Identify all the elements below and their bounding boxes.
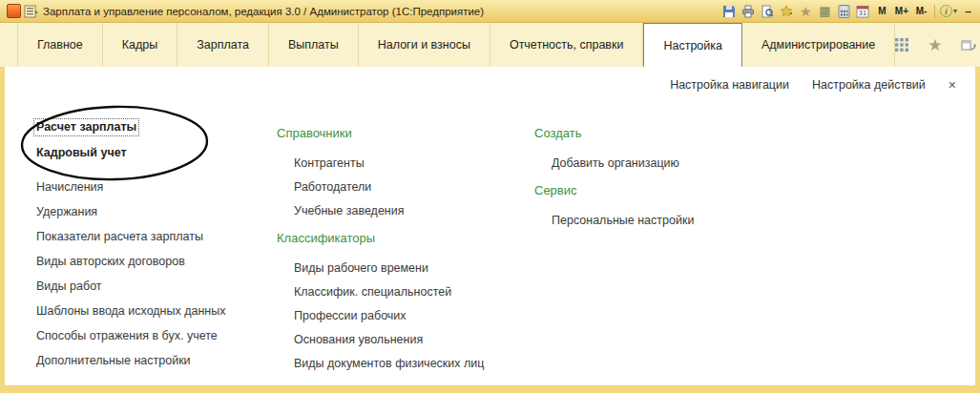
tab-main[interactable]: Главное: [17, 23, 103, 67]
section-tabbar: Главное Кадры Зарплата Выплаты Налоги и …: [0, 23, 980, 67]
panel-actions: Настройка навигации Настройка действий ×: [670, 78, 956, 92]
nav-item-shablony-vvoda[interactable]: Шаблоны ввода исходных данных: [36, 305, 226, 318]
favorites-add-icon[interactable]: [779, 3, 795, 19]
nav-column-right: Создать Добавить организацию Сервис Перс…: [534, 127, 694, 241]
nav-item-osnovaniya-uvolneniya[interactable]: Основания увольнения: [294, 334, 423, 346]
group-spravochniki: Справочники Контрагенты Работодатели Уче…: [277, 127, 484, 217]
nav-item-raschet-zarplaty[interactable]: Расчет зарплаты: [36, 121, 136, 134]
group-title-spravochniki: Справочники: [277, 127, 352, 140]
nav-item-dopolnitelnye-nastroyki[interactable]: Дополнительные настройки: [36, 355, 191, 367]
titlebar-toolbar: ★ ▦ 31 M M+ M- i▾ –: [721, 3, 976, 19]
favorites-icon[interactable]: ★: [798, 3, 814, 19]
nav-item-vidy-rabochego-vremeni[interactable]: Виды рабочего времени: [294, 262, 428, 275]
titlebar: Зарплата и управление персоналом, редакц…: [0, 0, 980, 23]
tab-nastroyka[interactable]: Настройка: [643, 23, 742, 67]
nav-item-kontragenty[interactable]: Контрагенты: [294, 157, 365, 170]
memory-recall-button[interactable]: M: [874, 3, 890, 19]
nav-column-left: Расчет зарплаты Кадровый учет Начисления…: [36, 121, 226, 380]
memory-subtract-button[interactable]: M-: [913, 3, 929, 19]
tab-zarplata[interactable]: Зарплата: [177, 23, 269, 67]
minimize-icon[interactable]: –: [960, 3, 976, 19]
nav-item-professii-rabochih[interactable]: Профессии рабочих: [294, 310, 407, 322]
close-icon[interactable]: ×: [949, 78, 956, 92]
memory-add-button[interactable]: M+: [893, 3, 910, 19]
nav-column-middle: Справочники Контрагенты Работодатели Уче…: [277, 127, 484, 384]
history-icon[interactable]: [961, 38, 976, 52]
svg-text:31: 31: [859, 10, 866, 17]
navigation-settings-panel: Настройка навигации Настройка действий ×…: [5, 67, 975, 385]
tab-kadry[interactable]: Кадры: [103, 23, 177, 67]
nav-item-vidy-dokumentov-fizlic[interactable]: Виды документов физических лиц: [294, 358, 484, 370]
group-klassifikatory: Классификаторы Виды рабочего времени Кла…: [277, 232, 484, 370]
nav-item-vidy-rabot[interactable]: Виды работ: [36, 280, 102, 293]
save-icon[interactable]: [721, 3, 738, 19]
calendar-icon[interactable]: 31: [855, 3, 871, 19]
nav-item-kadrovyy-uchet[interactable]: Кадровый учет: [36, 147, 127, 159]
group-title-klassifikatory: Классификаторы: [277, 232, 375, 245]
app-window: Зарплата и управление персоналом, редакц…: [0, 0, 980, 393]
nav-item-uderzhaniya[interactable]: Удержания: [36, 206, 97, 218]
tab-nalogi-vznosy[interactable]: Налоги и взносы: [359, 23, 490, 67]
nav-item-nachisleniya[interactable]: Начисления: [36, 181, 103, 194]
app-icon: [7, 4, 21, 18]
chevron-down-icon: ▾: [953, 7, 957, 15]
actions-settings-link[interactable]: Настройка действий: [812, 78, 926, 92]
toolbar-separator: [934, 5, 935, 18]
print-icon[interactable]: [740, 3, 757, 19]
tab-administrirovanie[interactable]: Администрирование: [742, 23, 895, 67]
important-commands: Расчет зарплаты Кадровый учет: [36, 121, 226, 159]
menu-grid-icon[interactable]: [895, 38, 908, 52]
main-menu-icon[interactable]: [24, 5, 39, 18]
nav-item-sposoby-otrazheniya[interactable]: Способы отражения в бух. учете: [36, 330, 218, 342]
nav-item-klassifik-specialnostey[interactable]: Классифик. специальностей: [294, 286, 451, 299]
nav-item-pokazateli-rascheta[interactable]: Показатели расчета зарплаты: [36, 231, 203, 243]
print-preview-icon[interactable]: [760, 3, 776, 19]
group-sozdat: Создать Добавить организацию: [534, 127, 694, 170]
nav-item-uchebnye-zavedeniya[interactable]: Учебные заведения: [294, 205, 405, 217]
nav-item-dobavit-organizaciyu[interactable]: Добавить организацию: [552, 157, 679, 170]
tabbar-toolbar: ★: [895, 23, 980, 67]
group-servis: Сервис Персональные настройки: [534, 184, 694, 227]
nav-item-personalnye-nastroyki[interactable]: Персональные настройки: [552, 215, 694, 227]
window-title: Зарплата и управление персоналом, редакц…: [43, 6, 484, 17]
favorites-star-icon[interactable]: ★: [928, 37, 942, 53]
info-icon[interactable]: i▾: [940, 3, 957, 19]
tab-otchetnost-spravki[interactable]: Отчетность, справки: [490, 23, 644, 67]
table-icon[interactable]: ▦: [817, 3, 833, 19]
tab-vyplaty[interactable]: Выплаты: [269, 23, 359, 67]
group-title-sozdat: Создать: [534, 127, 581, 140]
nav-item-rabotodateli[interactable]: Работодатели: [294, 181, 371, 194]
calculator-icon[interactable]: [836, 3, 852, 19]
nav-item-vidy-avtorskih-dogovorov[interactable]: Виды авторских договоров: [36, 256, 185, 268]
navigation-settings-link[interactable]: Настройка навигации: [670, 78, 789, 92]
group-title-servis: Сервис: [534, 184, 577, 197]
